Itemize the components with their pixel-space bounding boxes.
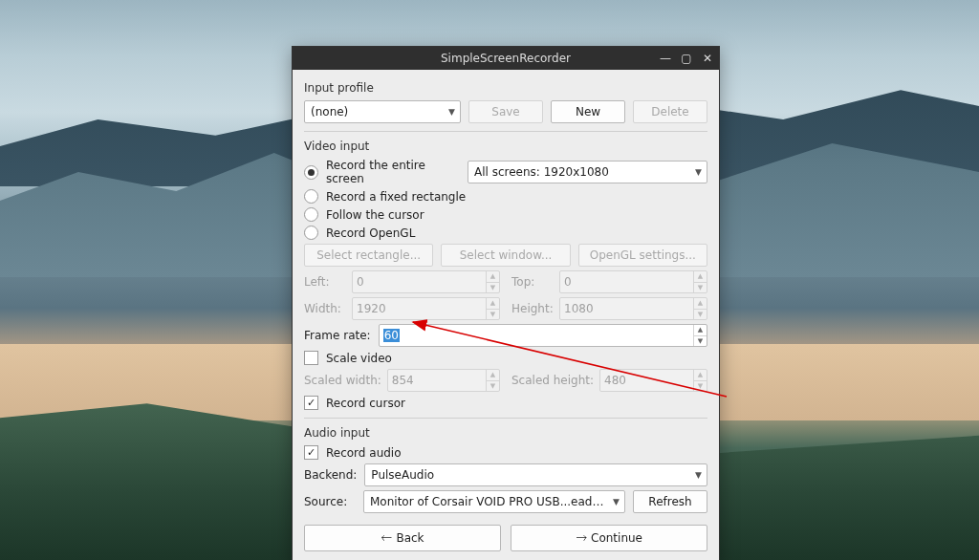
record-audio-checkbox[interactable] xyxy=(304,445,318,460)
backend-label: Backend: xyxy=(304,468,357,482)
left-input: 0 ▲▼ xyxy=(352,270,500,293)
chevron-down-icon: ▼ xyxy=(693,310,707,320)
chevron-up-icon[interactable]: ▲ xyxy=(693,325,707,336)
continue-button[interactable]: 🡒 Continue xyxy=(511,525,707,551)
minimize-icon[interactable]: — xyxy=(658,51,673,66)
input-profile-heading: Input profile xyxy=(304,81,707,95)
frame-rate-value: 60 xyxy=(383,329,400,342)
chevron-down-icon[interactable]: ▼ xyxy=(693,336,707,347)
radio-follow-cursor-label[interactable]: Follow the cursor xyxy=(326,208,424,222)
radio-fixed-rectangle-label[interactable]: Record a fixed rectangle xyxy=(326,190,466,204)
backend-select[interactable]: PulseAudio ▼ xyxy=(364,463,707,486)
record-audio-label[interactable]: Record audio xyxy=(326,446,402,460)
chevron-down-icon: ▼ xyxy=(486,310,499,320)
chevron-down-icon: ▼ xyxy=(693,381,707,392)
titlebar[interactable]: SimpleScreenRecorder — ▢ ✕ xyxy=(293,47,719,70)
scaled-height-input: 480 ▲▼ xyxy=(599,369,707,392)
continue-button-label: Continue xyxy=(591,531,642,545)
radio-entire-screen[interactable] xyxy=(304,165,318,180)
backend-select-value: PulseAudio xyxy=(371,468,434,482)
height-label: Height: xyxy=(511,302,554,315)
chevron-up-icon: ▲ xyxy=(486,271,499,283)
top-input: 0 ▲▼ xyxy=(559,270,707,293)
arrow-right-icon: 🡒 xyxy=(576,531,587,545)
radio-opengl[interactable] xyxy=(304,226,318,240)
chevron-down-icon: ▼ xyxy=(693,283,707,293)
source-select[interactable]: Monitor of Corsair VOID PRO USB...eadset… xyxy=(363,490,625,513)
chevron-down-icon: ▼ xyxy=(486,381,499,392)
scaled-height-label: Scaled height: xyxy=(511,374,594,387)
chevron-down-icon: ▼ xyxy=(486,283,499,293)
scaled-width-label: Scaled width: xyxy=(304,374,381,387)
refresh-button[interactable]: Refresh xyxy=(633,490,707,513)
record-cursor-label[interactable]: Record cursor xyxy=(326,397,405,410)
record-cursor-checkbox[interactable] xyxy=(304,396,318,410)
profile-delete-button: Delete xyxy=(633,100,707,123)
back-button[interactable]: 🡐 Back xyxy=(304,525,501,551)
radio-follow-cursor[interactable] xyxy=(304,207,318,222)
width-input: 1920 ▲▼ xyxy=(352,297,500,320)
radio-opengl-label[interactable]: Record OpenGL xyxy=(326,226,415,240)
chevron-up-icon: ▲ xyxy=(693,370,707,381)
back-button-label: Back xyxy=(396,531,424,545)
scaled-width-input: 854 ▲▼ xyxy=(387,369,500,392)
screens-select-value: All screens: 1920x1080 xyxy=(474,165,609,179)
chevron-down-icon: ▼ xyxy=(448,107,455,117)
scale-video-label[interactable]: Scale video xyxy=(326,352,392,365)
chevron-down-icon: ▼ xyxy=(695,167,702,177)
source-select-value: Monitor of Corsair VOID PRO USB...eadset… xyxy=(370,495,607,508)
radio-fixed-rectangle[interactable] xyxy=(304,189,318,204)
arrow-left-icon: 🡐 xyxy=(381,531,392,545)
video-input-heading: Video input xyxy=(304,140,707,153)
chevron-down-icon: ▼ xyxy=(613,497,620,506)
top-label: Top: xyxy=(511,275,554,289)
opengl-settings-button: OpenGL settings... xyxy=(578,244,707,267)
maximize-icon[interactable]: ▢ xyxy=(679,51,694,66)
frame-rate-label: Frame rate: xyxy=(304,329,371,342)
select-rectangle-button: Select rectangle... xyxy=(304,244,433,267)
profile-select[interactable]: (none) ▼ xyxy=(304,100,461,123)
profile-select-value: (none) xyxy=(311,105,348,118)
profile-new-button[interactable]: New xyxy=(551,100,625,123)
profile-save-button: Save xyxy=(468,100,543,123)
audio-input-heading: Audio input xyxy=(304,426,707,440)
close-icon[interactable]: ✕ xyxy=(700,51,715,66)
chevron-up-icon: ▲ xyxy=(486,370,499,381)
chevron-up-icon: ▲ xyxy=(693,298,707,310)
width-label: Width: xyxy=(304,302,346,315)
window-title: SimpleScreenRecorder xyxy=(441,52,571,65)
height-input: 1080 ▲▼ xyxy=(559,297,707,320)
scale-video-checkbox[interactable] xyxy=(304,351,318,365)
left-label: Left: xyxy=(304,275,346,289)
source-label: Source: xyxy=(304,495,356,508)
select-window-button: Select window... xyxy=(441,244,570,267)
chevron-up-icon: ▲ xyxy=(693,271,707,283)
radio-entire-screen-label[interactable]: Record the entire screen xyxy=(326,159,460,185)
frame-rate-input[interactable]: 60 ▲▼ xyxy=(379,324,707,347)
screens-select[interactable]: All screens: 1920x1080 ▼ xyxy=(468,161,707,183)
app-window: SimpleScreenRecorder — ▢ ✕ Input profile… xyxy=(292,46,720,560)
chevron-up-icon: ▲ xyxy=(486,298,499,310)
chevron-down-icon: ▼ xyxy=(695,470,702,480)
